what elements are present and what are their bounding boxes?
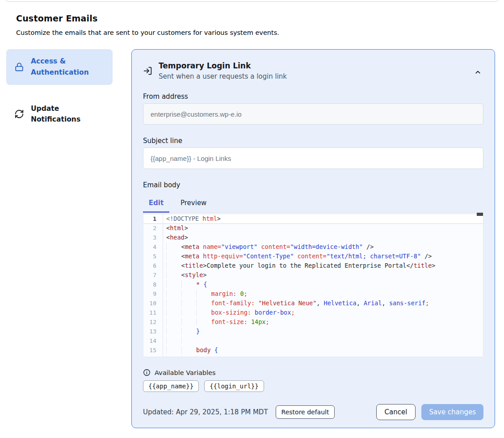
line-number: 8 <box>143 280 163 289</box>
code-text: <html> <box>163 223 188 233</box>
chevron-up-icon <box>474 68 482 76</box>
available-variables-row: Available Variables <box>143 369 483 376</box>
sidebar-item-label: Access & Authentication <box>31 56 106 78</box>
code-text: * { <box>163 280 207 289</box>
variable-chip-login-url[interactable]: {{login_url}} <box>204 380 264 392</box>
code-text <box>163 336 196 345</box>
code-editor-lines: 1<!DOCTYPE html>2<html>3<head>4 <meta na… <box>143 214 483 357</box>
code-line[interactable]: 5 <meta http-equiv="Content-Type" conten… <box>143 252 483 261</box>
sidebar-item-update-notifications[interactable]: Update Notifications <box>6 97 113 132</box>
info-icon <box>143 369 151 376</box>
code-text: <style> <box>163 270 206 280</box>
code-text: <title>Complete your login to the Replic… <box>163 261 435 270</box>
collapse-button[interactable] <box>474 68 482 76</box>
line-number: 5 <box>143 252 163 261</box>
code-line[interactable]: 13 } <box>143 327 483 336</box>
line-number: 14 <box>143 336 163 345</box>
code-editor[interactable]: 1<!DOCTYPE html>2<html>3<head>4 <meta na… <box>143 213 483 357</box>
card-subtitle: Sent when a user requests a login link <box>159 72 287 80</box>
editor-scrollbar-thumb[interactable] <box>477 213 483 216</box>
code-line[interactable]: 14 <box>143 336 483 345</box>
line-number: 15 <box>143 345 163 355</box>
code-text: margin: 0; <box>163 289 248 299</box>
code-text: <head> <box>163 233 188 242</box>
code-line[interactable]: 11 box-sizing: border-box; <box>143 308 483 317</box>
subject-line-label: Subject line <box>143 137 483 145</box>
page-subtitle: Customize the emails that are sent to yo… <box>16 29 418 36</box>
card-header: Temporary Login Link Sent when a user re… <box>143 61 483 80</box>
card-title: Temporary Login Link <box>159 61 287 70</box>
line-number: 16 <box>143 355 163 357</box>
refresh-icon <box>14 109 24 119</box>
tab-preview[interactable]: Preview <box>181 196 206 212</box>
code-line[interactable]: 7 <style> <box>143 270 483 280</box>
updated-timestamp: Updated: Apr 29, 2025, 1:18 PM MDT <box>143 408 268 416</box>
code-line[interactable]: 1<!DOCTYPE html> <box>143 214 483 223</box>
code-line[interactable]: 3<head> <box>143 233 483 242</box>
code-text: <meta http-equiv="Content-Type" content=… <box>163 252 432 261</box>
from-address-label: From address <box>143 93 483 101</box>
temporary-login-link-card: Temporary Login Link Sent when a user re… <box>131 49 495 428</box>
code-text: } <box>163 327 200 336</box>
line-number: 9 <box>143 289 163 299</box>
line-number: 1 <box>143 214 163 223</box>
code-line[interactable]: 15 body { <box>143 345 483 355</box>
email-body-tabs: Edit Preview <box>143 196 483 213</box>
save-changes-button[interactable]: Save changes <box>421 404 483 420</box>
code-line[interactable]: 10 font-family: "Helvetica Neue", Helvet… <box>143 299 483 308</box>
subject-line-input[interactable] <box>143 147 483 169</box>
cancel-button[interactable]: Cancel <box>376 404 416 420</box>
page-header: Customer Emails Customize the emails tha… <box>16 13 418 36</box>
sidebar-item-access-authentication[interactable]: Access & Authentication <box>6 49 113 85</box>
line-number: 12 <box>143 317 163 327</box>
line-number: 13 <box>143 327 163 336</box>
code-text: <!DOCTYPE html> <box>163 214 221 223</box>
code-text: body { <box>163 345 218 355</box>
code-line[interactable]: 8 * { <box>143 280 483 289</box>
line-number: 6 <box>143 261 163 270</box>
code-line[interactable]: 4 <meta name="viewport" content="width=d… <box>143 242 483 252</box>
restore-default-button[interactable]: Restore default <box>276 405 335 419</box>
card-footer: Updated: Apr 29, 2025, 1:18 PM MDT Resto… <box>143 404 483 420</box>
line-number: 2 <box>143 223 163 233</box>
line-number: 10 <box>143 299 163 308</box>
lock-icon <box>14 62 24 72</box>
code-line[interactable]: 12 font-size: 14px; <box>143 317 483 327</box>
code-text: font-family: "Helvetica Neue", Helvetica… <box>163 299 429 308</box>
tab-edit[interactable]: Edit <box>143 196 169 213</box>
line-number: 4 <box>143 242 163 252</box>
variable-chips: {{app_name}} {{login_url}} <box>143 380 483 392</box>
from-address-input[interactable] <box>143 103 483 125</box>
code-line[interactable]: 2<html> <box>143 223 483 233</box>
available-variables-label: Available Variables <box>155 369 216 376</box>
code-text: box-sizing: border-box; <box>163 308 295 317</box>
line-number: 7 <box>143 270 163 280</box>
line-number: 3 <box>143 233 163 242</box>
code-line[interactable]: 6 <title>Complete your login to the Repl… <box>143 261 483 270</box>
previous-card-edge <box>4 0 500 2</box>
card-header-text: Temporary Login Link Sent when a user re… <box>159 61 287 80</box>
code-text: font-size: 14px; <box>163 317 269 327</box>
email-body-label: Email body <box>143 181 483 189</box>
code-line[interactable]: 16 background-color: #ffffff; <box>143 355 483 357</box>
code-text: background-color: #ffffff; <box>163 355 306 357</box>
variable-chip-app-name[interactable]: {{app_name}} <box>143 380 199 392</box>
code-line[interactable]: 9 margin: 0; <box>143 289 483 299</box>
code-text: <meta name="viewport" content="width=dev… <box>163 242 374 252</box>
line-number: 11 <box>143 308 163 317</box>
sidebar-item-label: Update Notifications <box>31 103 106 126</box>
page-title: Customer Emails <box>16 13 418 23</box>
log-in-icon <box>143 66 152 80</box>
email-types-sidebar: Access & Authentication Update Notificat… <box>6 49 113 132</box>
